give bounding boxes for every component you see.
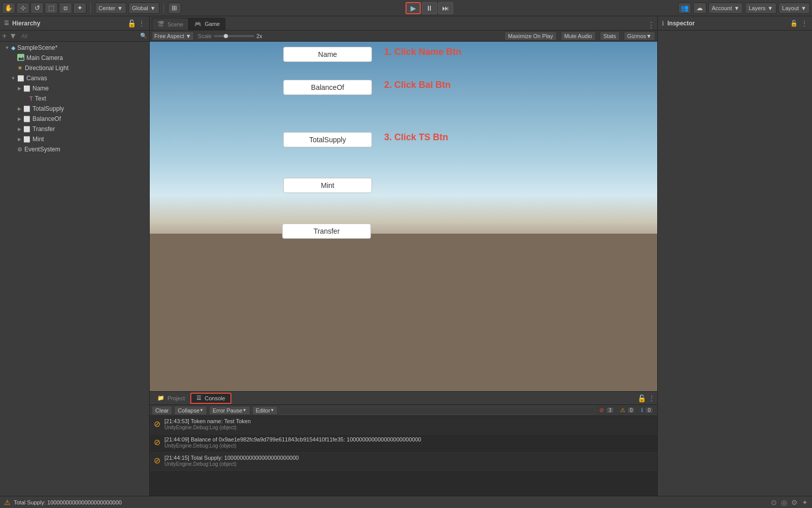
- arrow-mint: ▶: [16, 136, 22, 142]
- label-eventsystem: EventSystem: [24, 146, 60, 153]
- inspector-lock-icon[interactable]: 🔓: [790, 20, 798, 27]
- collapse-label: Collapse: [178, 407, 199, 414]
- game-name-btn[interactable]: Name: [283, 47, 372, 62]
- layout-dropdown[interactable]: Layout ▼: [779, 3, 810, 14]
- step-button[interactable]: ⏭: [438, 2, 453, 14]
- mute-btn[interactable]: Mute Audio: [561, 31, 596, 41]
- hierarchy-toolbar: + ▼ 🔍: [0, 30, 149, 42]
- stats-btn[interactable]: Stats: [600, 31, 620, 41]
- space-label: Global: [132, 5, 148, 11]
- rotate-tool-btn[interactable]: ↺: [30, 3, 44, 14]
- bottom-dots-btn[interactable]: ⋮: [648, 394, 655, 402]
- hierarchy-lock-btn[interactable]: 🔓: [127, 19, 136, 27]
- console-tab-label: Console: [205, 395, 225, 401]
- layout-arrow: ▼: [801, 5, 806, 11]
- inspector-dots-btn[interactable]: ⋮: [801, 19, 808, 27]
- hand-tool-btn[interactable]: ✋: [2, 3, 15, 14]
- move-tool-btn[interactable]: ⊹: [16, 3, 29, 14]
- bottom-panels: 📁 Project ☰ Console 🔓 ⋮ Clear: [150, 391, 657, 508]
- toolbar-right: 👥 ☁ Account ▼ Layers ▼ Layout ▼: [678, 3, 810, 14]
- tab-console[interactable]: ☰ Console: [190, 393, 231, 404]
- console-search-input[interactable]: [280, 406, 595, 415]
- label-directionallight: Directional Light: [25, 65, 69, 72]
- error-pause-btn[interactable]: Error Pause: [209, 406, 250, 415]
- status-icon-3: ⚙: [791, 498, 798, 506]
- layers-dropdown[interactable]: Layers ▼: [745, 3, 776, 14]
- tree-item-maincamera[interactable]: 📷 Main Camera ⋮: [0, 53, 149, 63]
- cloud-btn[interactable]: ☁: [693, 3, 706, 14]
- hierarchy-tree: ▼ ◆ SampleScene* ⋮ 📷 Main Camera ⋮: [0, 42, 149, 508]
- tab-scene[interactable]: 🎬 Scene: [152, 18, 189, 30]
- scale-tool-btn[interactable]: ⬚: [45, 3, 58, 14]
- status-icon-2: ◎: [781, 498, 787, 506]
- arrow-eventsystem: [10, 146, 16, 152]
- rect-tool-btn[interactable]: ⧈: [59, 3, 72, 14]
- tab-project[interactable]: 📁 Project: [152, 393, 190, 404]
- info-icon: ℹ: [641, 407, 643, 414]
- console-entry-0[interactable]: ⊘ [21:43:53] Token name: Test Token Unit…: [150, 416, 657, 434]
- pause-button[interactable]: ⏸: [422, 2, 437, 14]
- play-button[interactable]: ▶: [405, 2, 421, 14]
- game-balanceof-btn[interactable]: BalanceOf: [283, 80, 372, 95]
- inspector-panel: ℹ Inspector 🔓 ⋮: [657, 16, 812, 508]
- arrow-directionallight: [10, 65, 16, 71]
- label-samplescene: SampleScene*: [17, 44, 57, 51]
- label-text: Text: [35, 95, 46, 102]
- gizmos-btn[interactable]: Gizmos ▼: [624, 31, 655, 41]
- icon-totalsupply: ⬜: [23, 106, 30, 112]
- hierarchy-add-btn[interactable]: + ▼: [2, 31, 17, 41]
- tree-item-totalsupply[interactable]: ▶ ⬜ TotalSupply ⋮: [0, 104, 149, 114]
- tree-item-name[interactable]: ▶ ⬜ Name ⋮: [0, 83, 149, 93]
- gizmos-arrow: ▼: [646, 33, 652, 39]
- console-count-errors: ⊘ 3: [597, 407, 616, 414]
- maximize-btn[interactable]: Maximize On Play: [504, 31, 557, 41]
- collab-icon[interactable]: 👥: [678, 3, 691, 14]
- tree-item-canvas[interactable]: ▼ ⬜ Canvas ⋮: [0, 73, 149, 83]
- tree-item-samplescene[interactable]: ▼ ◆ SampleScene* ⋮: [0, 43, 149, 53]
- console-entry-1[interactable]: ⊘ [21:44:09] Balance of 0x9ae1e982fc9a9d…: [150, 434, 657, 453]
- game-mint-btn[interactable]: Mint: [283, 178, 372, 193]
- scale-slider[interactable]: [214, 35, 254, 37]
- label-name: Name: [32, 85, 49, 92]
- tree-item-transfer[interactable]: ▶ ⬜ Transfer ⋮: [0, 124, 149, 134]
- svg-text:📷: 📷: [18, 55, 24, 61]
- tree-item-mint[interactable]: ▶ ⬜ Mint ⋮: [0, 134, 149, 144]
- aspect-dropdown[interactable]: Free Aspect ▼: [152, 31, 194, 41]
- grid-btn[interactable]: ⊞: [168, 3, 181, 14]
- console-entry-content-2: [21:44:15] Total Supply: 100000000000000…: [164, 455, 653, 467]
- project-tab-label: Project: [167, 395, 185, 401]
- tabs-more-btn[interactable]: ⋮: [647, 20, 655, 30]
- tree-item-text[interactable]: T Text ⋮: [0, 93, 149, 104]
- info-count: 0: [645, 407, 653, 414]
- pivot-dropdown[interactable]: Center ▼: [95, 3, 126, 14]
- editor-btn[interactable]: Editor: [252, 406, 278, 415]
- space-dropdown[interactable]: Global ▼: [128, 3, 159, 14]
- top-toolbar: ✋ ⊹ ↺ ⬚ ⧈ ✦ Center ▼ Global ▼ ⊞ ▶ ⏸ ⏭ 👥 …: [0, 0, 812, 16]
- clear-btn[interactable]: Clear: [152, 406, 172, 415]
- hierarchy-dots-btn[interactable]: ⋮: [138, 19, 145, 27]
- bottom-lock-btn[interactable]: 🔓: [637, 394, 646, 402]
- editor-label: Editor: [256, 407, 270, 414]
- center-area: 🎬 Scene 🎮 Game ⋮ Free Aspect ▼ Sca: [150, 16, 657, 508]
- inspector-title: Inspector: [667, 20, 695, 27]
- hierarchy-search-input[interactable]: [19, 32, 138, 40]
- tabs-bar: 🎬 Scene 🎮 Game ⋮: [150, 16, 657, 30]
- arrow-name: ▶: [16, 85, 22, 91]
- console-entry-2[interactable]: ⊘ [21:44:15] Total Supply: 1000000000000…: [150, 453, 657, 471]
- account-dropdown[interactable]: Account ▼: [708, 3, 743, 14]
- game-totalsupply-btn[interactable]: TotalSupply: [283, 132, 372, 147]
- layout-label: Layout: [782, 5, 799, 11]
- tree-item-eventsystem[interactable]: ⚙ EventSystem ⋮: [0, 144, 149, 154]
- console-count-info: ℹ 0: [639, 407, 655, 414]
- game-transfer-btn[interactable]: Transfer: [282, 224, 371, 239]
- tree-item-balanceof[interactable]: ▶ ⬜ BalanceOf ⋮: [0, 114, 149, 124]
- tree-item-directionallight[interactable]: ☀ Directional Light ⋮: [0, 63, 149, 73]
- sep1: [90, 3, 91, 13]
- tab-game[interactable]: 🎮 Game: [189, 18, 225, 30]
- console-entry-stack-2: UnityEngine.Debug:Log (object): [164, 461, 653, 467]
- console-tab-icon: ☰: [196, 395, 201, 401]
- status-message: Total Supply: 100000000000000000000000: [14, 499, 122, 505]
- collapse-btn[interactable]: Collapse: [174, 406, 207, 415]
- icon-samplescene: ◆: [11, 45, 15, 51]
- transform-tool-btn[interactable]: ✦: [73, 3, 86, 14]
